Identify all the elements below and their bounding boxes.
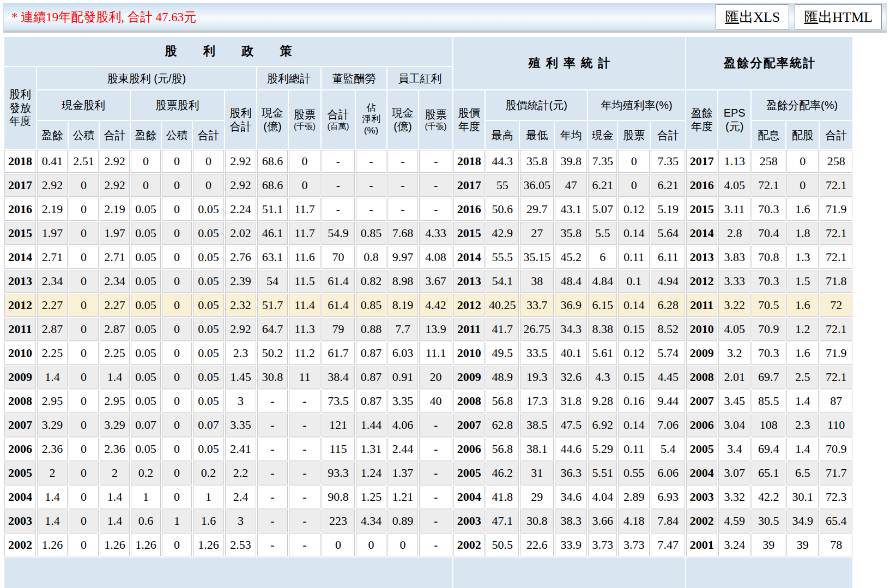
year-cell: 2003: [686, 486, 717, 508]
year-cell: 2017: [686, 150, 717, 173]
data-cell: 6.06: [651, 462, 685, 484]
data-cell: 1.4: [100, 486, 130, 508]
data-cell: -: [257, 390, 288, 413]
data-cell: 3.29: [100, 414, 130, 437]
data-cell: -: [322, 174, 355, 197]
data-cell: 6.21: [588, 174, 617, 197]
table-row: 20142.7102.710.0500.052.7663.111.6700.89…: [4, 246, 852, 269]
data-cell: 3.22: [718, 294, 750, 317]
data-cell: 3.32: [718, 486, 750, 508]
data-cell: -: [419, 174, 452, 197]
data-cell: -: [257, 486, 288, 508]
data-cell: 46.1: [257, 222, 288, 245]
data-cell: 30.5: [752, 510, 785, 532]
data-cell: 9.44: [651, 390, 685, 413]
data-cell: 27: [520, 222, 554, 245]
data-cell: 8.38: [588, 318, 617, 341]
data-cell: 47.5: [555, 414, 587, 437]
table-row: 20132.3402.340.0500.052.395411.561.40.82…: [4, 270, 852, 293]
data-cell: 3.29: [37, 414, 68, 437]
data-cell: 0.05: [193, 246, 224, 269]
year-cell: 2012: [4, 294, 36, 317]
export-xls-button[interactable]: 匯出XLS: [716, 4, 789, 29]
header-cash-dividend: 現金股利: [37, 90, 130, 120]
data-cell: 0.07: [131, 414, 161, 437]
data-cell: 29.7: [520, 198, 554, 221]
data-cell: 11.5: [289, 270, 320, 293]
data-cell: -: [356, 198, 386, 221]
header-stock-reserve: 公積: [162, 121, 192, 149]
export-button-group: 匯出XLS 匯出HTML: [716, 4, 882, 29]
data-cell: 0: [618, 150, 650, 173]
data-cell: 6.11: [651, 246, 685, 269]
data-cell: 44.6: [555, 438, 587, 460]
data-cell: 1: [131, 486, 161, 508]
header-price-high: 最高: [486, 121, 519, 149]
data-cell: 33.5: [520, 342, 554, 365]
data-cell: 8.52: [651, 318, 685, 341]
data-cell: 54: [257, 270, 288, 293]
data-cell: 1.44: [356, 414, 386, 437]
header-director-comp: 董監酬勞: [322, 67, 386, 89]
data-cell: -: [419, 510, 452, 532]
data-cell: 2.24: [225, 198, 256, 221]
data-cell: 47: [555, 174, 587, 197]
data-cell: 1.13: [718, 150, 750, 173]
data-cell: 0.14: [618, 414, 650, 437]
data-cell: 3.35: [388, 390, 418, 413]
data-cell: 61.4: [322, 294, 355, 317]
info-bar: * 連續19年配發股利, 合計 47.63元 匯出XLS 匯出HTML: [3, 3, 887, 33]
data-cell: 64.7: [257, 318, 288, 341]
data-cell: -: [289, 510, 320, 532]
data-cell: 41.8: [486, 486, 519, 508]
data-cell: 1.37: [388, 462, 418, 484]
data-cell: 6.21: [651, 174, 685, 197]
data-cell: 48.4: [555, 270, 587, 293]
data-cell: 48.9: [486, 366, 519, 389]
data-cell: 2.39: [225, 270, 256, 293]
data-cell: 2.36: [37, 438, 68, 460]
data-cell: -: [388, 198, 418, 221]
year-cell: 2013: [686, 246, 717, 269]
data-cell: 70.9: [820, 438, 852, 460]
data-cell: 45.2: [555, 246, 587, 269]
data-cell: 0: [193, 150, 224, 173]
table-row: 20041.401.41012.4--90.81.251.21-200441.8…: [4, 486, 852, 508]
data-cell: 0.12: [618, 342, 650, 365]
header-cash-surplus: 盈餘: [37, 121, 68, 149]
year-cell: 2005: [4, 462, 36, 484]
data-cell: 29: [520, 486, 554, 508]
data-cell: -: [388, 150, 418, 173]
data-cell: 1.24: [356, 462, 386, 484]
data-cell: 62.8: [486, 414, 519, 437]
year-cell: 2015: [453, 222, 485, 245]
data-cell: -: [322, 198, 355, 221]
header-yield-stock: 股票: [618, 121, 650, 149]
data-cell: 0.05: [193, 438, 224, 460]
data-cell: 2.92: [225, 174, 256, 197]
data-cell: 7.7: [388, 318, 418, 341]
data-cell: 3.11: [718, 198, 750, 221]
data-cell: 4.05: [718, 174, 750, 197]
data-cell: 38: [520, 270, 554, 293]
data-cell: 6.28: [651, 294, 685, 317]
data-cell: 1.4: [100, 366, 130, 389]
export-html-button[interactable]: 匯出HTML: [795, 4, 882, 29]
data-cell: 55: [486, 174, 519, 197]
data-cell: 11.2: [289, 342, 320, 365]
year-cell: 2016: [686, 174, 717, 197]
data-cell: 35.15: [520, 246, 554, 269]
data-cell: 0.85: [356, 294, 386, 317]
data-cell: 2.92: [225, 318, 256, 341]
data-cell: -: [419, 486, 452, 508]
data-cell: 110: [820, 414, 852, 437]
data-cell: 0.05: [131, 390, 161, 413]
header-stock-total: 合計: [193, 121, 224, 149]
header-row-sections: 股利政策 殖利率統計 盈餘分配率統計: [4, 37, 852, 66]
year-cell: 2001: [686, 534, 717, 556]
data-cell: 54.1: [486, 270, 519, 293]
data-cell: 0: [162, 198, 192, 221]
data-cell: 1.26: [37, 534, 68, 556]
data-cell: 1.97: [37, 222, 68, 245]
data-cell: 0: [69, 342, 99, 365]
